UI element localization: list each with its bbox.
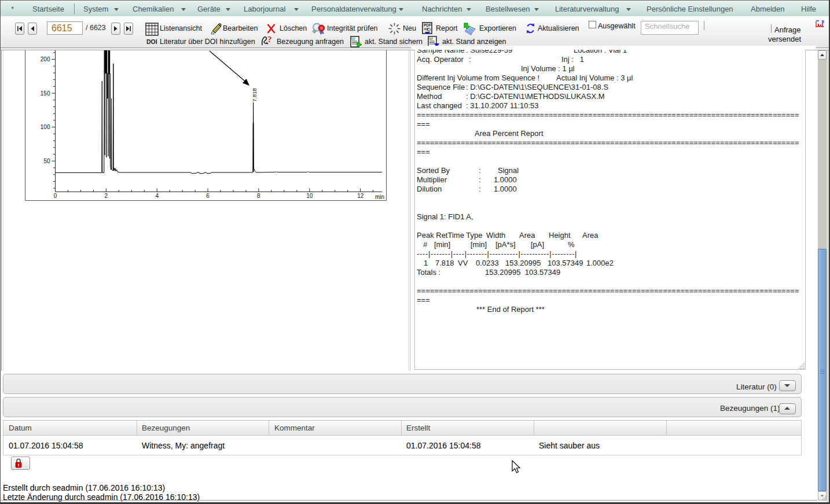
svg-text:min: min <box>375 194 384 200</box>
svg-text:100: 100 <box>41 124 50 130</box>
svg-text:12: 12 <box>357 193 364 199</box>
svg-text:PDF: PDF <box>424 23 431 27</box>
svg-text:7.818: 7.818 <box>251 88 258 102</box>
svg-text:8: 8 <box>257 193 260 199</box>
svg-text:PDF: PDF <box>352 37 357 40</box>
svg-text:0: 0 <box>54 193 57 199</box>
svg-text:6: 6 <box>206 193 210 199</box>
svg-text:200: 200 <box>41 56 50 62</box>
svg-text:150: 150 <box>41 90 50 97</box>
svg-text:50: 50 <box>43 158 50 164</box>
svg-text:2: 2 <box>105 193 108 199</box>
svg-text:?: ? <box>267 35 272 44</box>
svg-text:10: 10 <box>306 193 313 199</box>
svg-text:PDF: PDF <box>429 37 435 40</box>
svg-text:4: 4 <box>155 193 159 199</box>
